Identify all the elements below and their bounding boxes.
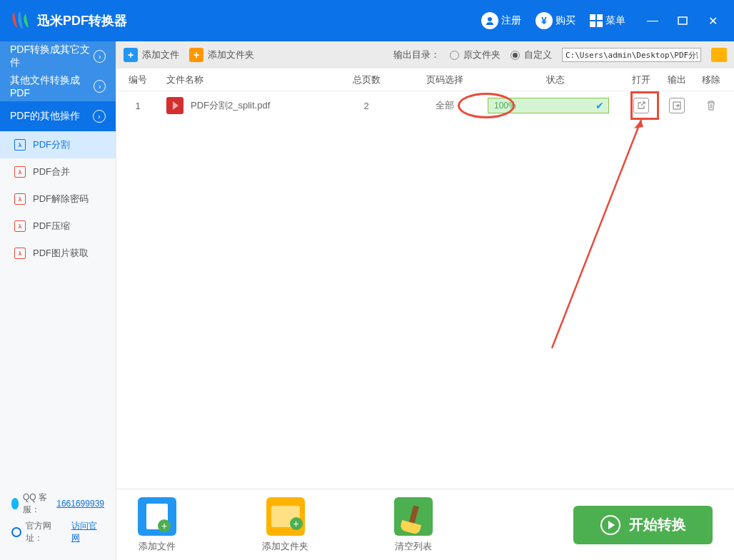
sidebar-cat-label: PDF的其他操作 (10, 110, 80, 123)
browse-folder-button[interactable] (711, 48, 727, 62)
add-folder-icon: + (189, 48, 203, 62)
toolbar: + 添加文件 + 添加文件夹 输出目录： 原文件夹 自定义 (116, 41, 734, 68)
bottom-add-file[interactable]: 添加文件 (138, 497, 176, 553)
pdf-icon: λ (14, 248, 26, 259)
cell-num: 1 (124, 101, 152, 111)
cell-page-select[interactable]: 全部 (402, 99, 488, 112)
th-name: 文件名称 (152, 73, 331, 86)
open-file-button[interactable] (633, 98, 649, 113)
sidebar-item-label: PDF解除密码 (33, 193, 89, 205)
buy-button[interactable]: ¥ 购买 (528, 9, 583, 32)
radio-custom-folder[interactable]: 自定义 (511, 49, 552, 61)
svg-rect-1 (678, 17, 687, 24)
radio-checked-icon (511, 51, 520, 60)
bottom-clear-label: 清空列表 (395, 540, 432, 553)
cell-status: 100% ✔ (488, 98, 623, 113)
bottom-add-folder-label: 添加文件夹 (262, 540, 308, 553)
sidebar: PDF转换成其它文件 › 其他文件转换成PDF › PDF的其他操作 › λ P… (0, 41, 116, 560)
radio-original-label: 原文件夹 (463, 49, 501, 61)
th-num: 编号 (124, 73, 152, 86)
site-link[interactable]: 访问官网 (71, 520, 104, 544)
svg-point-0 (488, 17, 492, 21)
sidebar-item-merge[interactable]: λ PDF合并 (0, 158, 116, 185)
cell-remove (695, 98, 727, 113)
sidebar-cat-pdf-to-other[interactable]: PDF转换成其它文件 › (0, 41, 116, 71)
output-path-input[interactable] (562, 48, 701, 62)
qq-icon (11, 498, 19, 509)
table-header: 编号 文件名称 总页数 页码选择 状态 打开 输出 移除 (116, 68, 734, 91)
user-icon (481, 12, 498, 29)
bottom-add-folder[interactable]: 添加文件夹 (262, 497, 308, 553)
output-dir-label: 输出目录： (393, 49, 440, 61)
site-label: 官方网址： (26, 520, 67, 544)
th-select: 页码选择 (402, 73, 488, 86)
browser-icon (11, 527, 21, 537)
sidebar-cat-label: PDF转换成其它文件 (10, 44, 94, 69)
menu-grid-icon (590, 14, 603, 27)
radio-icon (450, 51, 459, 60)
add-file-big-icon (138, 497, 176, 536)
output-folder-button[interactable] (669, 98, 685, 113)
add-folder-big-icon (266, 497, 305, 536)
add-file-button[interactable]: + 添加文件 (124, 48, 179, 62)
sidebar-item-compress[interactable]: λ PDF压缩 (0, 213, 116, 240)
window-controls: — ✕ (644, 12, 728, 29)
th-remove: 移除 (695, 73, 727, 86)
pdf-icon: λ (14, 220, 26, 232)
svg-marker-4 (634, 120, 643, 128)
table-body: 1 PDF分割2_split.pdf 2 全部 100% ✔ (116, 91, 734, 489)
sidebar-item-unlock[interactable]: λ PDF解除密码 (0, 185, 116, 213)
close-button[interactable]: ✕ (704, 12, 721, 29)
file-name-text: PDF分割2_split.pdf (191, 99, 270, 112)
sidebar-item-split[interactable]: λ PDF分割 (0, 131, 116, 158)
pdf-icon: λ (14, 193, 26, 205)
minimize-button[interactable]: — (644, 12, 661, 29)
th-open: 打开 (623, 73, 659, 86)
table-row: 1 PDF分割2_split.pdf 2 全部 100% ✔ (116, 91, 734, 120)
app-title: 迅米PDF转换器 (37, 12, 127, 29)
sidebar-item-label: PDF图片获取 (33, 247, 89, 260)
cell-name: PDF分割2_split.pdf (152, 97, 331, 114)
bottom-clear-list[interactable]: 清空列表 (394, 497, 433, 553)
start-convert-button[interactable]: 开始转换 (573, 506, 713, 544)
annotation-arrow (531, 113, 652, 355)
chevron-right-icon: › (94, 50, 106, 63)
remove-button[interactable] (703, 98, 719, 113)
th-status: 状态 (488, 73, 623, 86)
radio-original-folder[interactable]: 原文件夹 (450, 49, 501, 61)
yen-icon: ¥ (536, 12, 553, 29)
menu-button[interactable]: 菜单 (583, 11, 633, 30)
add-folder-button[interactable]: + 添加文件夹 (189, 48, 254, 62)
app-logo (6, 6, 34, 35)
titlebar: 迅米PDF转换器 注册 ¥ 购买 菜单 — ✕ (0, 0, 734, 41)
sidebar-item-label: PDF合并 (33, 166, 70, 178)
th-output: 输出 (659, 73, 695, 86)
sidebar-cat-other-to-pdf[interactable]: 其他文件转换成PDF › (0, 71, 116, 101)
chevron-down-icon: › (93, 110, 106, 123)
sidebar-item-extract-images[interactable]: λ PDF图片获取 (0, 240, 116, 267)
svg-line-3 (552, 120, 641, 348)
add-file-label: 添加文件 (142, 49, 179, 61)
qq-link[interactable]: 1661699939 (56, 499, 104, 509)
cell-open (623, 98, 659, 113)
sidebar-cat-label: 其他文件转换成PDF (10, 74, 94, 98)
play-icon (600, 515, 620, 535)
progress-bar: 100% ✔ (488, 98, 609, 113)
content: + 添加文件 + 添加文件夹 输出目录： 原文件夹 自定义 编号 文件名称 (116, 41, 734, 560)
maximize-button[interactable] (674, 12, 691, 29)
clear-big-icon (394, 497, 433, 536)
cell-output (659, 98, 695, 113)
cell-pages: 2 (331, 101, 402, 111)
pdf-icon: λ (14, 166, 26, 178)
sidebar-cat-pdf-ops[interactable]: PDF的其他操作 › (0, 101, 116, 131)
sidebar-footer: QQ 客服： 1661699939 官方网址： 访问官网 (0, 479, 116, 560)
menu-label: 菜单 (605, 14, 625, 27)
chevron-right-icon: › (94, 80, 106, 93)
register-button[interactable]: 注册 (474, 9, 528, 32)
qq-label: QQ 客服： (23, 492, 52, 516)
th-pages: 总页数 (331, 73, 402, 86)
buy-label: 购买 (555, 14, 575, 27)
bottom-add-file-label: 添加文件 (139, 540, 176, 553)
add-folder-label: 添加文件夹 (208, 49, 254, 61)
pdf-icon: λ (14, 139, 26, 151)
